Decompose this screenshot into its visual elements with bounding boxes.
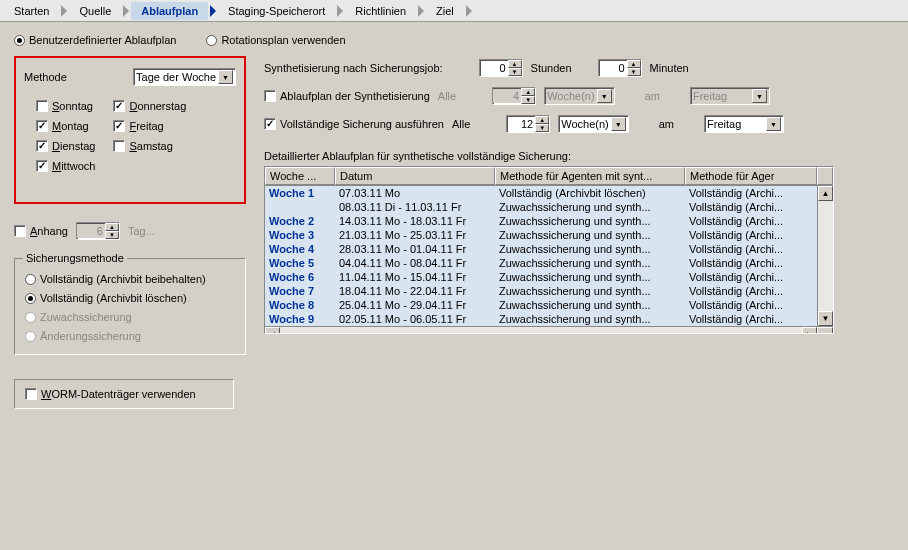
backup-method-option: Änderungssicherung — [25, 330, 235, 342]
checkbox-icon — [36, 120, 48, 132]
checkbox-icon — [113, 120, 125, 132]
spin-up-icon[interactable]: ▲ — [535, 116, 549, 124]
anhang-value[interactable] — [77, 224, 105, 238]
spin-down-icon[interactable]: ▼ — [627, 68, 641, 76]
weeks2-unit-select[interactable]: Woche(n) ▼ — [558, 115, 628, 133]
day2-select[interactable]: Freitag ▼ — [704, 115, 784, 133]
table-row[interactable]: Woche 321.03.11 Mo - 25.03.11 FrZuwachss… — [265, 228, 817, 242]
day-mittwoch[interactable]: Mittwoch — [36, 160, 95, 172]
spin-down-icon[interactable]: ▼ — [508, 68, 522, 76]
radio-dot-icon — [25, 274, 36, 285]
scroll-left-icon[interactable]: ◄ — [265, 327, 280, 334]
breadcrumb-item-ziel[interactable]: Ziel — [426, 2, 464, 20]
cell-date: 25.04.11 Mo - 29.04.11 Fr — [335, 299, 495, 311]
day-label: Dienstag — [52, 140, 95, 152]
weeks2-unit-value: Woche(n) — [561, 118, 608, 130]
spin-down-icon[interactable]: ▼ — [105, 231, 119, 239]
schedule-table: Woche ... Datum Methode für Agenten mit … — [264, 166, 834, 334]
th-week[interactable]: Woche ... — [265, 167, 335, 185]
day-montag[interactable]: Montag — [36, 120, 95, 132]
th-method1[interactable]: Methode für Agenten mit synt... — [495, 167, 685, 185]
backup-method-group: Sicherungsmethode Vollständig (Archivbit… — [14, 258, 246, 355]
breadcrumb-item-ablaufplan[interactable]: Ablaufplan — [131, 2, 208, 20]
anhang-spinner[interactable]: ▲▼ — [76, 222, 120, 240]
alle-label-2: Alle — [452, 118, 470, 130]
table-row[interactable]: Woche 611.04.11 Mo - 15.04.11 FrZuwachss… — [265, 270, 817, 284]
minutes-spinner[interactable]: ▲▼ — [598, 59, 642, 77]
synth-schedule-checkbox[interactable]: Ablaufplan der Synthetisierung — [264, 90, 430, 102]
table-header: Woche ... Datum Methode für Agenten mit … — [265, 167, 833, 186]
day-sonntag[interactable]: Sonntag — [36, 100, 95, 112]
hours-spinner[interactable]: ▲▼ — [479, 59, 523, 77]
breadcrumb-item-richtlinien[interactable]: Richtlinien — [345, 2, 416, 20]
table-row[interactable]: Woche 428.03.11 Mo - 01.04.11 FrZuwachss… — [265, 242, 817, 256]
breadcrumb-item-quelle[interactable]: Quelle — [69, 2, 121, 20]
hours-value[interactable] — [480, 61, 508, 75]
checkbox-icon — [36, 100, 48, 112]
weeks2-value[interactable] — [507, 117, 535, 131]
weeks1-unit-value: Woche(n) — [547, 90, 594, 102]
weeks1-unit-select[interactable]: Woche(n) ▼ — [544, 87, 614, 105]
checkbox-icon — [113, 100, 125, 112]
scroll-right-icon[interactable]: ► — [802, 327, 817, 334]
weeks1-value[interactable] — [493, 89, 521, 103]
cell-method1: Zuwachssicherung und synth... — [495, 299, 685, 311]
table-row[interactable]: Woche 902.05.11 Mo - 06.05.11 FrZuwachss… — [265, 312, 817, 326]
breadcrumb-item-staging-speicherort[interactable]: Staging-Speicherort — [218, 2, 335, 20]
weeks1-spinner[interactable]: ▲▼ — [492, 87, 536, 105]
spin-up-icon[interactable]: ▲ — [627, 60, 641, 68]
cell-method1: Zuwachssicherung und synth... — [495, 271, 685, 283]
backup-method-option[interactable]: Vollständig (Archivbit löschen) — [25, 292, 235, 304]
scroll-up-icon[interactable]: ▲ — [818, 186, 833, 201]
table-row[interactable]: 08.03.11 Di - 11.03.11 FrZuwachssicherun… — [265, 200, 817, 214]
radio-custom-schedule[interactable]: Benutzerdefinierter Ablaufplan — [14, 34, 176, 46]
th-date[interactable]: Datum — [335, 167, 495, 185]
day-donnerstag[interactable]: Donnerstag — [113, 100, 186, 112]
table-row[interactable]: Woche 718.04.11 Mo - 22.04.11 FrZuwachss… — [265, 284, 817, 298]
spin-down-icon[interactable]: ▼ — [521, 96, 535, 104]
cell-date: 08.03.11 Di - 11.03.11 Fr — [335, 201, 495, 213]
horizontal-scrollbar[interactable]: ◄ ► — [265, 326, 833, 334]
spin-up-icon[interactable]: ▲ — [105, 223, 119, 231]
weeks2-spinner[interactable]: ▲▼ — [506, 115, 550, 133]
table-row[interactable]: Woche 214.03.11 Mo - 18.03.11 FrZuwachss… — [265, 214, 817, 228]
backup-method-option: Zuwachssicherung — [25, 311, 235, 323]
cell-method1: Vollständig (Archivbit löschen) — [495, 187, 685, 199]
cell-method2: Vollständig (Archi... — [685, 187, 817, 199]
backup-method-option[interactable]: Vollständig (Archivbit beibehalten) — [25, 273, 235, 285]
checkbox-icon — [36, 160, 48, 172]
worm-checkbox[interactable]: WORM-Datenträger verwenden — [25, 388, 223, 400]
vertical-scrollbar[interactable]: ▲ ▼ — [817, 186, 833, 326]
full-backup-checkbox[interactable]: Vollständige Sicherung ausführen — [264, 118, 444, 130]
checkbox-icon — [264, 118, 276, 130]
spin-up-icon[interactable]: ▲ — [521, 88, 535, 96]
minutes-value[interactable] — [599, 61, 627, 75]
backup-method-label: Vollständig (Archivbit löschen) — [40, 292, 187, 304]
cell-date: 07.03.11 Mo — [335, 187, 495, 199]
day-dienstag[interactable]: Dienstag — [36, 140, 95, 152]
scroll-corner — [817, 327, 833, 334]
cell-method1: Zuwachssicherung und synth... — [495, 243, 685, 255]
checkbox-icon — [113, 140, 125, 152]
checkbox-icon — [14, 225, 26, 237]
radio-dot-icon — [206, 35, 217, 46]
anhang-checkbox[interactable]: Anhang — [14, 225, 68, 237]
table-row[interactable]: Woche 504.04.11 Mo - 08.04.11 FrZuwachss… — [265, 256, 817, 270]
scroll-down-icon[interactable]: ▼ — [818, 311, 833, 326]
scroll-track[interactable] — [280, 327, 802, 334]
radio-rotation-schedule[interactable]: Rotationsplan verwenden — [206, 34, 345, 46]
spin-up-icon[interactable]: ▲ — [508, 60, 522, 68]
chevron-right-icon — [466, 5, 472, 17]
scroll-track[interactable] — [818, 201, 833, 311]
day-samstag[interactable]: Samstag — [113, 140, 186, 152]
day1-select[interactable]: Freitag ▼ — [690, 87, 770, 105]
table-row[interactable]: Woche 107.03.11 MoVollständig (Archivbit… — [265, 186, 817, 200]
spin-down-icon[interactable]: ▼ — [535, 124, 549, 132]
day-freitag[interactable]: Freitag — [113, 120, 186, 132]
alle-label-1: Alle — [438, 90, 456, 102]
breadcrumb-item-starten[interactable]: Starten — [4, 2, 59, 20]
method-select[interactable]: Tage der Woche ▼ — [133, 68, 236, 86]
cell-date: 02.05.11 Mo - 06.05.11 Fr — [335, 313, 495, 325]
table-row[interactable]: Woche 825.04.11 Mo - 29.04.11 FrZuwachss… — [265, 298, 817, 312]
th-method2[interactable]: Methode für Ager — [685, 167, 817, 185]
